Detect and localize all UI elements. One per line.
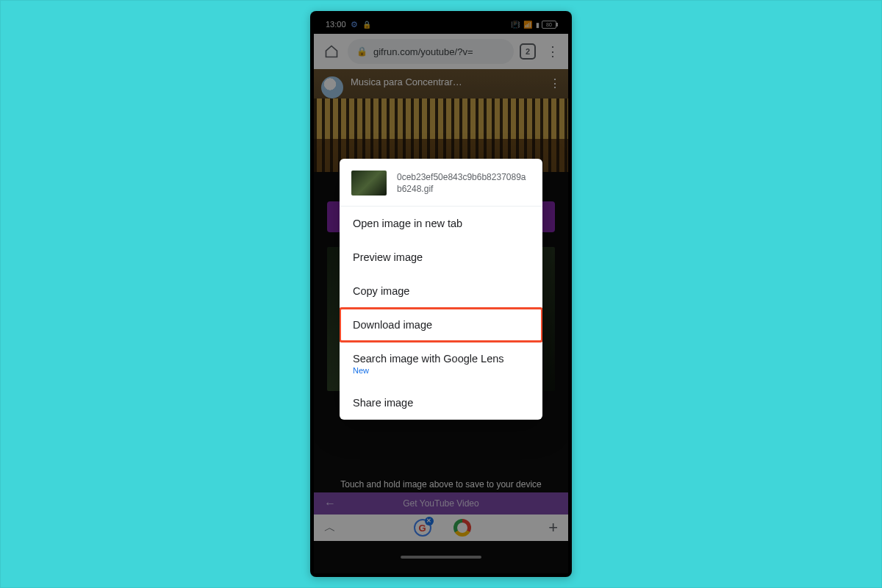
menu-share-image[interactable]: Share image (340, 386, 542, 420)
menu-preview-image[interactable]: Preview image (340, 240, 542, 274)
menu-open-new-tab[interactable]: Open image in new tab (340, 207, 542, 240)
image-context-menu: 0ceb23ef50e843c9b6b8237089ab6248.gif Ope… (340, 159, 542, 420)
phone-frame: 13:00 80 🔒 gifrun.com/youtube/?v= 2 ⋮ (310, 11, 572, 577)
new-badge: New (353, 366, 529, 375)
menu-download-image[interactable]: Download image (340, 308, 542, 342)
context-menu-header: 0ceb23ef50e843c9b6b8237089ab6248.gif (340, 159, 542, 206)
menu-copy-image[interactable]: Copy image (340, 274, 542, 308)
menu-search-lens-label: Search image with Google Lens (353, 353, 504, 365)
menu-search-lens[interactable]: Search image with Google Lens New (340, 342, 542, 386)
phone-screen: 13:00 80 🔒 gifrun.com/youtube/?v= 2 ⋮ (314, 15, 568, 573)
context-menu-filename: 0ceb23ef50e843c9b6b8237089ab6248.gif (397, 171, 531, 195)
context-menu-thumbnail (351, 171, 387, 196)
